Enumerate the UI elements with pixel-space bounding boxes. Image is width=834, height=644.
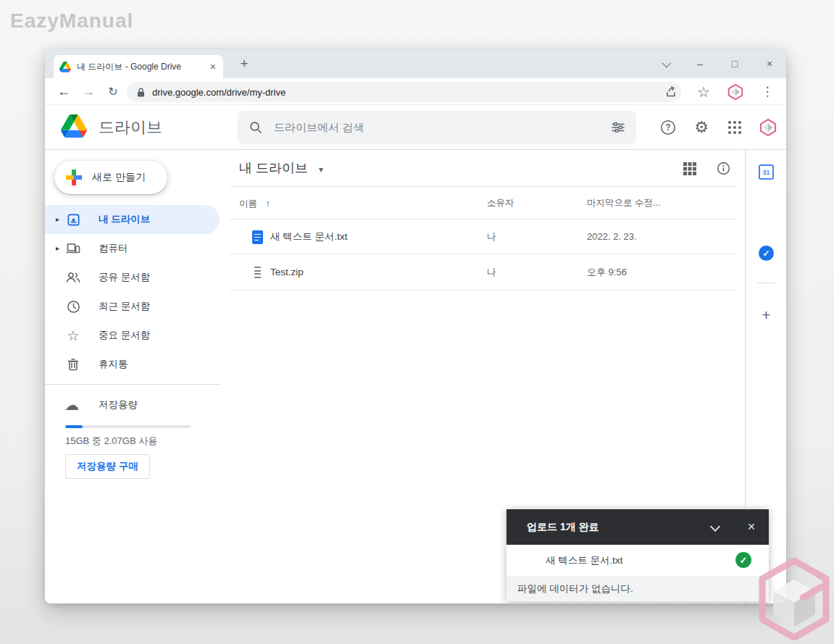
tab-title: 내 드라이브 - Google Drive xyxy=(77,61,203,73)
browser-menu-icon[interactable]: ⋮ xyxy=(758,83,777,101)
people-icon xyxy=(66,270,80,285)
sidebar-item-label: 내 드라이브 xyxy=(99,205,150,234)
upload-toast-header: 업로드 1개 완료 × xyxy=(506,509,769,545)
sidebar-item-trash[interactable]: 휴지통 xyxy=(45,350,221,379)
column-modified[interactable]: 마지막으로 수정... xyxy=(587,187,660,219)
storage-progress-fill xyxy=(65,425,83,428)
buy-storage-button[interactable]: 저장용량 구매 xyxy=(65,454,150,479)
sidebar-item-storage[interactable]: ☁ 저장용량 xyxy=(45,390,221,419)
sidebar-item-my-drive[interactable]: ▸ 내 드라이브 xyxy=(45,205,220,234)
tab-close-icon[interactable]: × xyxy=(209,61,217,72)
sidebar-item-label: 공유 문서함 xyxy=(99,263,150,292)
trash-icon xyxy=(66,357,80,372)
storage-usage-text: 15GB 중 2.07GB 사용 xyxy=(65,435,157,448)
browser-toolbar: ← → ↻ drive.google.com/drive/my-drive ☆ … xyxy=(45,78,786,105)
text-file-icon xyxy=(250,230,264,244)
toast-collapse-chevron-icon[interactable] xyxy=(710,522,720,532)
file-owner: 나 xyxy=(487,219,496,254)
column-name[interactable]: 이름 ↑ xyxy=(239,187,270,219)
rail-divider xyxy=(757,283,775,283)
account-avatar[interactable] xyxy=(759,118,777,137)
table-header: 이름 ↑ 소유자 마지막으로 수정... xyxy=(230,187,736,219)
column-owner[interactable]: 소유자 xyxy=(487,187,514,219)
storage-label: 저장용량 xyxy=(99,390,138,419)
browser-window: 내 드라이브 - Google Drive × + – □ × ← → ↻ dr… xyxy=(45,49,786,603)
file-name: 새 텍스트 문서.txt xyxy=(270,219,348,254)
new-tab-button[interactable]: + xyxy=(235,54,254,73)
url-text: drive.google.com/drive/my-drive xyxy=(152,87,285,98)
zip-file-icon xyxy=(250,265,264,280)
google-apps-grid-icon[interactable] xyxy=(725,118,744,137)
table-row[interactable]: 새 텍스트 문서.txt 나 2022. 2. 23. xyxy=(230,219,736,254)
refresh-button[interactable]: ↻ xyxy=(103,78,123,105)
table-row[interactable]: Test.zip 나 오후 9:56 xyxy=(230,254,736,290)
bookmark-star-icon[interactable]: ☆ xyxy=(694,83,713,101)
sidebar-item-label: 컴퓨터 xyxy=(99,234,128,263)
search-options-tune-icon[interactable] xyxy=(612,122,625,133)
drive-logo-icon[interactable] xyxy=(61,114,87,138)
tab-strip: 내 드라이브 - Google Drive × + – □ × xyxy=(45,49,786,78)
sort-ascending-icon: ↑ xyxy=(265,198,270,209)
upload-success-check-icon: ✓ xyxy=(735,552,751,568)
tab-search-chevron-icon[interactable] xyxy=(659,57,672,70)
my-drive-icon xyxy=(66,212,80,227)
toast-close-icon[interactable]: × xyxy=(744,509,759,545)
sidebar-item-label: 휴지통 xyxy=(99,350,128,379)
sidebar-item-label: 최근 문서함 xyxy=(99,292,150,321)
window-minimize-button[interactable]: – xyxy=(693,57,706,70)
grid-view-icon[interactable] xyxy=(683,162,696,175)
new-button-label: 새로 만들기 xyxy=(92,171,146,184)
google-tasks-icon[interactable]: ✓ xyxy=(759,246,774,261)
eazymanual-logo-icon xyxy=(758,558,830,640)
expand-arrow-icon[interactable]: ▸ xyxy=(56,234,59,263)
google-calendar-icon[interactable]: 31 xyxy=(759,164,774,180)
file-owner: 나 xyxy=(487,254,496,289)
breadcrumb-my-drive[interactable]: 내 드라이브 ▾ xyxy=(239,150,323,187)
upload-toast-title: 업로드 1개 완료 xyxy=(527,509,599,545)
uploaded-file-row[interactable]: 새 텍스트 문서.txt ✓ xyxy=(506,545,769,576)
upload-toast: 업로드 1개 완료 × 새 텍스트 문서.txt ✓ 파일에 데이터가 없습니다… xyxy=(506,509,769,601)
help-icon[interactable]: ? xyxy=(659,118,677,137)
add-panel-app-icon[interactable]: + xyxy=(746,306,786,324)
sidebar-item-starred[interactable]: ☆ 중요 문서함 xyxy=(45,321,221,350)
expand-arrow-icon[interactable]: ▸ xyxy=(56,205,59,234)
window-maximize-button[interactable]: □ xyxy=(728,57,741,70)
upload-status-message: 파일에 데이터가 없습니다. xyxy=(506,576,769,601)
settings-gear-icon[interactable]: ⚙ xyxy=(692,118,711,137)
extension-hexagon-icon[interactable] xyxy=(726,83,745,101)
sidebar-item-computers[interactable]: ▸ 컴퓨터 xyxy=(45,234,221,263)
sidebar-item-shared[interactable]: 공유 문서함 xyxy=(45,263,221,292)
back-button[interactable]: ← xyxy=(54,78,74,105)
share-icon[interactable] xyxy=(662,83,681,101)
star-icon: ☆ xyxy=(66,328,80,343)
multicolor-plus-icon xyxy=(66,170,82,185)
info-icon[interactable] xyxy=(717,162,730,175)
storage-progress-bar xyxy=(65,425,191,428)
sidebar-item-label: 중요 문서함 xyxy=(99,321,150,350)
clock-icon xyxy=(66,299,80,314)
app-name: 드라이브 xyxy=(99,105,162,150)
file-modified: 2022. 2. 23. xyxy=(587,219,637,254)
lock-icon xyxy=(137,88,145,97)
file-name: Test.zip xyxy=(270,254,304,289)
address-bar[interactable]: drive.google.com/drive/my-drive xyxy=(127,82,681,102)
file-modified: 오후 9:56 xyxy=(587,254,627,289)
drive-search-input[interactable]: 드라이브에서 검색 xyxy=(238,111,636,144)
drive-header: 드라이브 드라이브에서 검색 ? ⚙ xyxy=(45,105,786,150)
browser-tab[interactable]: 내 드라이브 - Google Drive × xyxy=(54,55,223,78)
cloud-icon: ☁ xyxy=(64,396,79,414)
uploaded-file-name: 새 텍스트 문서.txt xyxy=(546,545,623,576)
new-button[interactable]: 새로 만들기 xyxy=(54,161,167,194)
drive-sidebar: 새로 만들기 ▸ 내 드라이브 ▸ 컴퓨터 xyxy=(45,150,221,603)
drive-favicon xyxy=(59,62,71,72)
window-close-button[interactable]: × xyxy=(763,57,776,70)
sidebar-item-recent[interactable]: 최근 문서함 xyxy=(45,292,221,321)
computer-icon xyxy=(66,241,80,256)
forward-button[interactable]: → xyxy=(78,78,99,105)
search-placeholder: 드라이브에서 검색 xyxy=(274,121,600,135)
search-icon xyxy=(249,121,262,134)
caret-down-icon: ▾ xyxy=(319,164,323,175)
sidebar-divider xyxy=(45,384,221,385)
watermark-brand: EazyManual xyxy=(10,9,133,33)
